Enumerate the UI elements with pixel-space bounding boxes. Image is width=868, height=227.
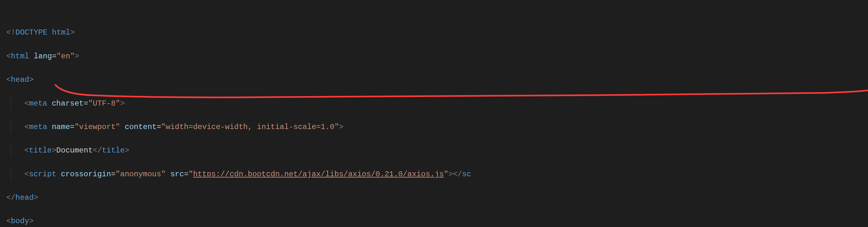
eq: = bbox=[111, 170, 116, 178]
eq: = bbox=[157, 123, 161, 131]
url-link[interactable]: https://cdn.bootcdn.net/ajax/libs/axios/… bbox=[193, 170, 444, 178]
space bbox=[48, 28, 52, 37]
eq: = bbox=[84, 99, 88, 108]
punct: > bbox=[339, 123, 343, 131]
code-line[interactable]: <!DOCTYPE html> bbox=[6, 27, 862, 38]
text: Document bbox=[56, 146, 93, 155]
punct: > bbox=[448, 170, 453, 178]
code-line[interactable]: <title>Document</title> bbox=[6, 145, 862, 156]
tag: script bbox=[29, 170, 56, 178]
tag: html bbox=[11, 52, 29, 61]
code-line[interactable]: <head> bbox=[6, 74, 862, 86]
punct: </ bbox=[93, 146, 102, 155]
punct: < bbox=[24, 146, 29, 155]
tag: meta bbox=[29, 123, 47, 131]
punct: > bbox=[125, 146, 129, 155]
attr: lang bbox=[34, 52, 52, 61]
eq: = bbox=[52, 52, 56, 61]
attr: name bbox=[52, 123, 70, 131]
punct: > bbox=[120, 99, 124, 108]
doctype-keyword: DOCTYPE bbox=[16, 28, 48, 37]
tag: title bbox=[29, 146, 52, 155]
code-line[interactable]: <html lang="en"> bbox=[6, 50, 862, 62]
punct: > bbox=[29, 76, 34, 84]
punct: > bbox=[29, 217, 34, 225]
attr-value: "UTF-8" bbox=[88, 99, 120, 108]
tag: title bbox=[102, 146, 125, 155]
tag: head bbox=[16, 193, 34, 202]
punct: < bbox=[6, 52, 11, 61]
tag: sc bbox=[462, 170, 471, 178]
punct: < bbox=[6, 76, 11, 84]
attr-value-quote: " bbox=[444, 170, 448, 178]
punct: < bbox=[24, 99, 29, 108]
attr-value: "viewport" bbox=[74, 123, 120, 131]
punct: > bbox=[75, 52, 79, 61]
code-editor[interactable]: <!DOCTYPE html> <html lang="en"> <head> … bbox=[6, 3, 862, 227]
tag: meta bbox=[29, 99, 47, 108]
attr-value: "width=device-width, initial-scale=1.0" bbox=[161, 123, 339, 131]
punct: <! bbox=[6, 28, 16, 37]
attr: content bbox=[125, 123, 157, 131]
code-line[interactable]: <body> bbox=[6, 215, 862, 227]
punct: < bbox=[24, 123, 29, 131]
code-line[interactable]: </head> bbox=[6, 192, 862, 203]
code-line[interactable]: <meta charset="UTF-8"> bbox=[6, 98, 862, 109]
attr: src bbox=[170, 170, 184, 178]
code-line[interactable]: <meta name="viewport" content="width=dev… bbox=[6, 121, 862, 133]
punct: </ bbox=[6, 193, 16, 202]
doctype-html: html bbox=[52, 28, 70, 37]
tag: head bbox=[11, 76, 29, 84]
punct: < bbox=[24, 170, 29, 178]
punct: > bbox=[34, 193, 38, 202]
eq: = bbox=[184, 170, 188, 178]
eq: = bbox=[70, 123, 74, 131]
punct: > bbox=[52, 146, 56, 155]
punct: </ bbox=[453, 170, 462, 178]
attr-value-quote: " bbox=[189, 170, 193, 178]
attr-value: "anonymous" bbox=[116, 170, 165, 178]
code-line[interactable]: <script crossorigin="anonymous" src="htt… bbox=[6, 168, 862, 180]
punct: < bbox=[6, 217, 11, 225]
attr: crossorigin bbox=[61, 170, 111, 178]
tag: body bbox=[11, 217, 29, 225]
attr: charset bbox=[52, 99, 84, 108]
punct: > bbox=[70, 28, 75, 37]
attr-value: "en" bbox=[56, 52, 75, 61]
